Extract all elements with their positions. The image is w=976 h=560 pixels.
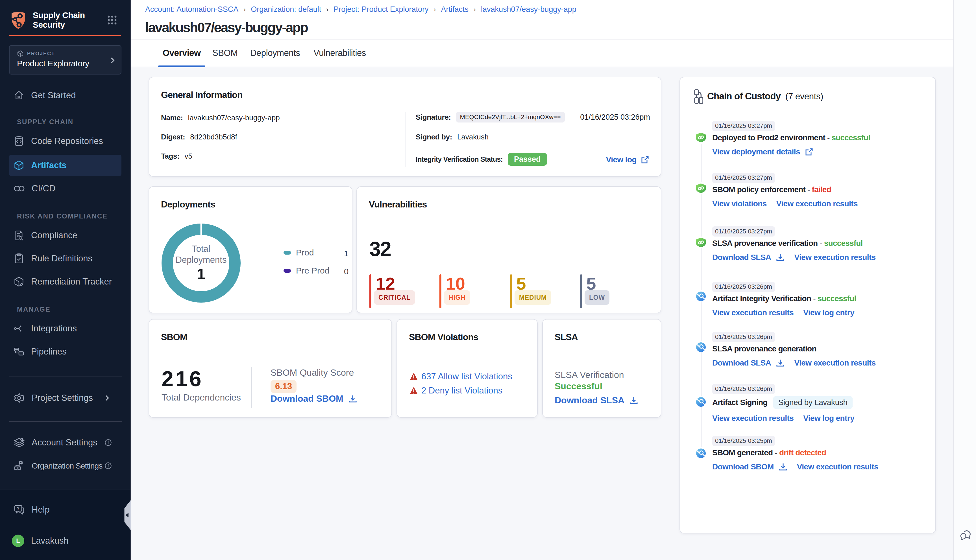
svg-text:?: ? xyxy=(17,506,20,511)
